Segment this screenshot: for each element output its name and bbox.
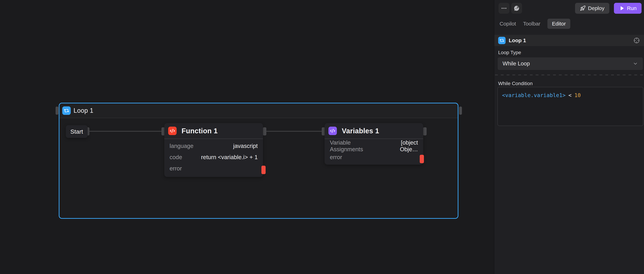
loop-type-value: While Loop bbox=[502, 60, 633, 67]
node-row-variable-assignments[interactable]: Variable Assignments [object Obje… bbox=[330, 140, 418, 152]
node-row-language[interactable]: language javascript bbox=[170, 140, 258, 152]
loop-icon bbox=[62, 106, 71, 115]
flow-canvas[interactable]: Loop 1 Start Functio bbox=[0, 0, 494, 274]
code-token-operator: < bbox=[568, 92, 572, 98]
ellipsis-icon bbox=[501, 5, 507, 12]
variables-output-port[interactable] bbox=[423, 127, 426, 136]
node-row-code[interactable]: code return <variable.i> + 1 bbox=[170, 152, 258, 163]
variables-node-header[interactable]: Variables 1 bbox=[324, 123, 423, 139]
function-icon bbox=[168, 126, 176, 135]
loop-group-input-port[interactable] bbox=[56, 106, 58, 115]
edge-start-to-function[interactable] bbox=[89, 131, 164, 132]
function-node-title: Function 1 bbox=[182, 127, 218, 135]
code-token-number: 10 bbox=[574, 92, 581, 98]
loop-type-select[interactable]: While Loop bbox=[498, 58, 643, 70]
section-divider bbox=[495, 74, 643, 75]
editor-side-panel: Deploy Run Copilot Toolbar Editor Loop 1 bbox=[494, 0, 644, 274]
while-condition-code-editor[interactable]: <variable.variable1> < 10 bbox=[498, 87, 643, 126]
variables-node-body: Variable Assignments [object Obje… error bbox=[324, 139, 423, 165]
tab-toolbar[interactable]: Toolbar bbox=[523, 19, 540, 29]
start-node-label: Start bbox=[70, 128, 83, 135]
start-node[interactable]: Start bbox=[66, 125, 88, 138]
function-node-header[interactable]: Function 1 bbox=[164, 123, 263, 139]
loop-group-header[interactable]: Loop 1 bbox=[60, 104, 458, 118]
function-error-port[interactable] bbox=[262, 166, 266, 174]
deploy-button[interactable]: Deploy bbox=[575, 3, 609, 14]
run-button[interactable]: Run bbox=[614, 3, 642, 14]
loop-group-output-port[interactable] bbox=[459, 106, 462, 115]
workflow-editor-app: Loop 1 Start Functio bbox=[0, 0, 644, 274]
loop-icon bbox=[498, 37, 506, 44]
code-token-variable: <variable.variable1> bbox=[502, 92, 566, 98]
variables-node[interactable]: Variables 1 Variable Assignments [object… bbox=[324, 123, 423, 164]
loop-type-label: Loop Type bbox=[498, 50, 521, 56]
inspector-node-title: Loop 1 bbox=[509, 38, 526, 44]
node-row-error[interactable]: error bbox=[330, 152, 418, 163]
deploy-button-label: Deploy bbox=[588, 5, 604, 11]
panel-tabs: Copilot Toolbar Editor bbox=[500, 19, 570, 29]
assistant-chat-icon bbox=[514, 5, 520, 12]
variables-error-port[interactable] bbox=[420, 155, 424, 163]
tab-copilot[interactable]: Copilot bbox=[500, 19, 516, 29]
more-button[interactable] bbox=[498, 3, 510, 14]
run-button-label: Run bbox=[627, 5, 636, 11]
function-node-body: language javascript code return <variabl… bbox=[164, 139, 263, 176]
rocket-icon bbox=[580, 6, 586, 11]
while-condition-label: While Condition bbox=[498, 81, 533, 86]
edge-function-to-variables[interactable] bbox=[266, 131, 325, 132]
variables-node-title: Variables 1 bbox=[342, 127, 379, 135]
crosshair-icon bbox=[633, 37, 640, 44]
locate-node-button[interactable] bbox=[633, 37, 640, 44]
chevron-down-icon bbox=[633, 61, 638, 66]
variables-icon bbox=[328, 126, 337, 135]
tab-editor[interactable]: Editor bbox=[548, 19, 570, 29]
assistant-button[interactable] bbox=[511, 3, 522, 14]
node-row-error[interactable]: error bbox=[170, 163, 258, 174]
play-icon bbox=[619, 6, 624, 11]
inspector-node-header: Loop 1 bbox=[494, 35, 644, 46]
function-output-port[interactable] bbox=[263, 127, 266, 136]
function-node[interactable]: Function 1 language javascript code retu… bbox=[164, 123, 263, 177]
code-line: <variable.variable1> < 10 bbox=[502, 92, 639, 98]
loop-group-title: Loop 1 bbox=[74, 107, 94, 114]
panel-toolbar: Deploy Run bbox=[494, 3, 642, 14]
